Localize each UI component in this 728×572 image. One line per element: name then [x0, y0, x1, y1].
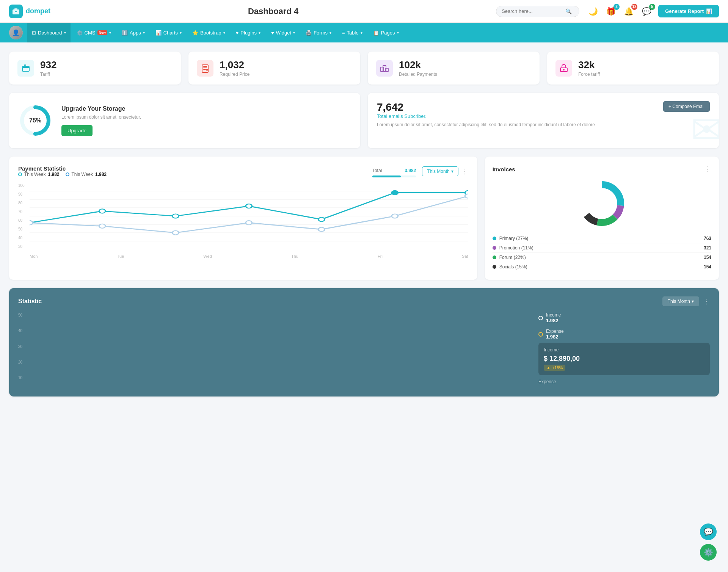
expense-section-label: Expense	[538, 379, 710, 384]
dashboard-icon: ⊞	[32, 30, 36, 36]
chat-button[interactable]: 💬 5	[640, 5, 653, 17]
payment-title: Payment Statistic	[18, 165, 107, 172]
stat-legend: Income 1.982 Expense 1.982	[538, 312, 710, 340]
total-progress-fill	[372, 176, 401, 177]
svg-point-29	[173, 231, 179, 235]
svg-point-23	[246, 204, 252, 208]
table-arrow: ▾	[361, 31, 362, 35]
legend-dot-1	[18, 172, 22, 176]
filter-arrow: ▾	[451, 169, 453, 174]
legend-row-1: Promotion (11%) 321	[493, 243, 711, 253]
apps-arrow: ▾	[143, 31, 145, 35]
gift-badge: 2	[613, 4, 620, 10]
legend-count-forum: 154	[704, 255, 711, 260]
cms-badge: New	[97, 30, 108, 35]
legend-dot-2	[66, 172, 69, 176]
widget-arrow: ▾	[293, 31, 295, 35]
email-desc: Lorem ipsum dolor sit amet, consectetur …	[377, 121, 595, 128]
bar-chart-bars	[30, 312, 532, 388]
legend-label-2: This Week	[72, 172, 93, 177]
svg-point-22	[173, 214, 179, 218]
force-value: 32k	[578, 59, 600, 71]
legend-count-promotion: 321	[704, 245, 711, 251]
price-label: Required Price	[220, 72, 249, 77]
statistic-chart-area: 50 40 30 20 10	[18, 312, 532, 388]
moon-button[interactable]: 🌙	[587, 5, 599, 17]
legend-dot-forum	[493, 255, 496, 259]
payment-filter-button[interactable]: This Month ▾	[422, 166, 458, 176]
svg-point-24	[318, 217, 325, 221]
stat-card-tariff: 932 Tariff	[9, 52, 181, 85]
legend-label-forum: Forum (22%)	[499, 255, 526, 260]
statistic-more-button[interactable]: ⋮	[703, 297, 710, 306]
statistic-controls: This Month ▾ ⋮	[662, 296, 710, 306]
nav-item-bootstrap[interactable]: ⭐ Bootstrap ▾	[188, 23, 230, 42]
svg-point-28	[99, 224, 105, 228]
statistic-content: 50 40 30 20 10	[18, 312, 710, 388]
nav-item-table[interactable]: ≡ Table ▾	[337, 23, 367, 42]
email-subtitle: Total emails Subcriber.	[377, 113, 595, 119]
svg-rect-3	[22, 66, 29, 71]
nav-avatar: 👤	[9, 26, 23, 39]
nav-item-widget[interactable]: ♥ Widget ▾	[267, 23, 300, 42]
storage-info: Upgrade Your Storage Lorem ipsum dolor s…	[61, 105, 141, 136]
invoices-more-button[interactable]: ⋮	[704, 165, 711, 173]
gift-button[interactable]: 🎁 2	[605, 5, 617, 17]
statistic-right-panel: Income 1.982 Expense 1.982 Income $	[538, 312, 710, 388]
legend-val-1: 1.982	[48, 172, 59, 177]
line-chart: 100 90 80 70 60 50 40 30	[18, 183, 468, 259]
payments-label: Detailed Payments	[399, 72, 437, 77]
nav-item-pages[interactable]: 📋 Pages ▾	[369, 23, 403, 42]
upgrade-button[interactable]: Upgrade	[61, 125, 93, 136]
search-icon: 🔍	[565, 8, 572, 14]
svg-point-30	[246, 221, 252, 225]
cms-icon: ⚙️	[77, 30, 83, 36]
storage-percent: 75%	[29, 117, 41, 124]
legend-label-promotion: Promotion (11%)	[499, 245, 533, 251]
nav-item-plugins[interactable]: ♥ Plugins ▾	[231, 23, 265, 42]
nav-item-dashboard[interactable]: ⊞ Dashboard ▾	[27, 23, 71, 42]
statistic-month-button[interactable]: This Month ▾	[662, 296, 699, 306]
tariff-value: 932	[40, 59, 56, 71]
generate-report-button[interactable]: Generate Report 📊	[658, 5, 719, 17]
legend-row-2: Forum (22%) 154	[493, 253, 711, 262]
tariff-label: Tariff	[40, 72, 56, 77]
expense-label: Expense	[546, 329, 564, 334]
force-label: Force tariff	[578, 72, 600, 77]
total-progress	[372, 176, 416, 177]
logo[interactable]: dompet	[9, 5, 50, 18]
price-icon	[197, 60, 213, 77]
legend-label-primary: Primary (27%)	[499, 236, 529, 241]
income-detail-value: $ 12,890,00	[544, 355, 704, 363]
total-row: Total 3.982	[372, 168, 416, 173]
svg-point-5	[206, 69, 208, 71]
plugins-icon: ♥	[236, 30, 239, 36]
legend-expense: Expense 1.982	[538, 329, 710, 340]
search-input[interactable]	[502, 8, 562, 14]
header: dompet Dashboard 4 🔍 🌙 🎁 2 🔔 12 💬 5 Gene…	[0, 0, 728, 23]
nav-item-apps[interactable]: ℹ️ Apps ▾	[117, 23, 149, 42]
bell-button[interactable]: 🔔 12	[623, 5, 635, 17]
invoices-donut-wrapper	[493, 177, 711, 230]
legend-row-3: Socials (15%) 154	[493, 262, 711, 271]
storage-title: Upgrade Your Storage	[61, 105, 141, 112]
nav-item-cms[interactable]: ⚙️ CMS New ▾	[72, 23, 116, 42]
bootstrap-icon: ⭐	[192, 30, 198, 36]
payment-more-button[interactable]: ⋮	[461, 167, 468, 176]
legend-dot-socials	[493, 265, 496, 269]
stat-card-price: 1,032 Required Price	[188, 52, 360, 85]
month-arrow: ▾	[692, 299, 694, 304]
cms-arrow: ▾	[109, 31, 111, 35]
search-bar: 🔍	[496, 6, 579, 17]
nav-item-forms[interactable]: 🖨️ Forms ▾	[301, 23, 336, 42]
logo-icon	[9, 5, 23, 18]
legend-row-0: Primary (27%) 763	[493, 234, 711, 243]
payment-header: Payment Statistic This Week 1.982 This W…	[18, 165, 468, 177]
payment-legend: This Week 1.982 This Week 1.982	[18, 172, 107, 177]
charts-section: Payment Statistic This Week 1.982 This W…	[9, 157, 719, 280]
stat-card-force: 32k Force tariff	[547, 52, 719, 85]
mid-section: 75% Upgrade Your Storage Lorem ipsum dol…	[9, 93, 719, 148]
svg-point-32	[392, 214, 398, 218]
header-icons: 🌙 🎁 2 🔔 12 💬 5 Generate Report 📊	[587, 5, 719, 17]
nav-item-charts[interactable]: 📊 Charts ▾	[151, 23, 186, 42]
